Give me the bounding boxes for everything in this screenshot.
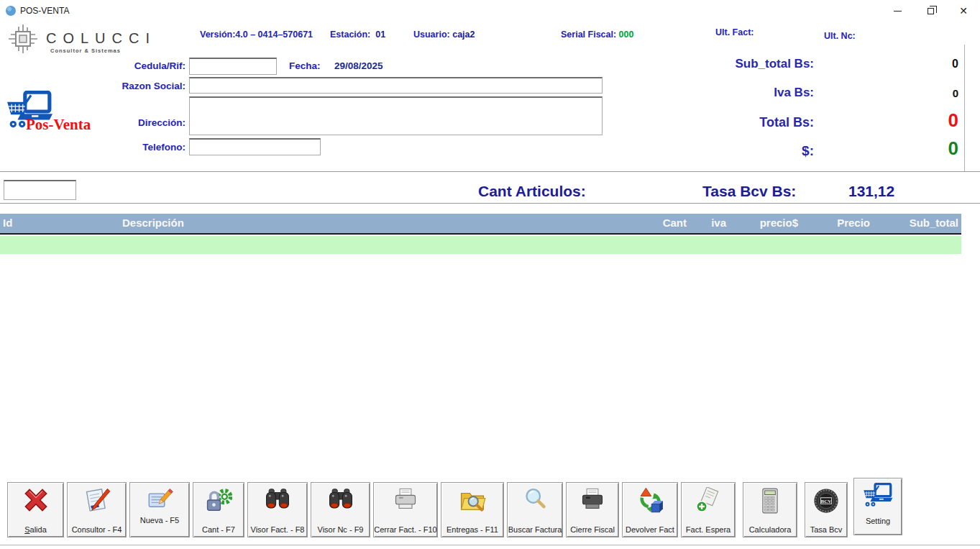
col-iva: iva — [676, 217, 726, 229]
grid-empty-row — [0, 236, 961, 254]
fact-espera-button[interactable]: Fact. Espera — [681, 482, 736, 537]
nueva-button[interactable]: Nueva - F5 — [129, 482, 190, 537]
usd-value: 0 — [865, 137, 958, 160]
version-label: Versión:4.0 – 0414–570671 — [200, 30, 313, 40]
visor-nc-button[interactable]: Visor Nc - F9 — [311, 482, 370, 537]
cart-laptop-icon — [863, 483, 893, 509]
calculator-icon — [757, 487, 783, 514]
pos-venta-window: POS-VENTA ✕ COLUCCI Consultor & Sistemas… — [0, 0, 980, 549]
direccion-label: Dirección: — [92, 117, 186, 128]
return-arrows-cube-icon — [636, 487, 664, 513]
telefono-label: Telefono: — [92, 142, 186, 153]
user-label: Usuario: caja2 — [413, 30, 475, 40]
col-precio: Precio — [812, 217, 870, 229]
subtotal-label: Sub_total Bs: — [647, 57, 814, 71]
printer-dark-icon — [580, 487, 605, 512]
visor-fact-label: Visor Fact. - F8 — [248, 525, 307, 534]
restore-icon — [928, 8, 934, 14]
title-bar: POS-VENTA ✕ — [0, 0, 980, 22]
consultor-button[interactable]: Consultor - F4 — [67, 482, 127, 537]
telefono-input[interactable] — [189, 138, 321, 155]
tasa-bcv-label: Tasa Bcv Bs: — [702, 183, 796, 200]
bcv-coin-icon: BCV — [812, 487, 840, 514]
cerrar-fact-label: Cerrar Fact. - F10 — [374, 525, 437, 534]
calculadora-label: Calculadora — [743, 525, 797, 534]
col-id: Id — [3, 217, 12, 229]
tasa-bcv-label: Tasa Bcv — [805, 525, 847, 534]
fact-espera-label: Fact. Espera — [682, 525, 735, 534]
razon-social-input[interactable] — [189, 77, 603, 94]
document-plus-icon — [695, 487, 722, 513]
nueva-label: Nueva - F5 — [130, 516, 189, 525]
ult-fact-label: Ult. Fact: — [715, 27, 754, 37]
cant-label: Cant - F7 — [193, 525, 244, 534]
logo-name: COLUCCI — [46, 30, 156, 47]
devolver-fact-button[interactable]: Devolver Fact — [622, 482, 678, 537]
grid-header: Id Descripción Cant iva precio$ Precio S… — [0, 214, 961, 235]
iva-label: Iva Bs: — [647, 86, 814, 100]
app-sphere-icon — [5, 5, 17, 17]
ult-nc-label: Ult. Nc: — [824, 31, 856, 41]
entregas-label: Entregas - F11 — [441, 525, 503, 534]
devolver-fact-label: Devolver Fact — [623, 525, 677, 534]
restore-button[interactable] — [914, 0, 947, 22]
cant-articulos-label: Cant Articulos: — [478, 183, 586, 200]
buscar-factura-button[interactable]: Buscar Factura — [507, 482, 563, 537]
folder-search-icon — [459, 487, 486, 513]
visor-nc-label: Visor Nc - F9 — [311, 525, 370, 534]
logo-tagline: Consultor & Sistemas — [50, 47, 121, 54]
station-value: 01 — [375, 30, 385, 40]
brand-name: Pos-Venta — [26, 116, 91, 134]
entregas-button[interactable]: Entregas - F11 — [441, 482, 504, 537]
cedula-label: Cedula/Rif: — [92, 60, 186, 71]
minimize-icon — [894, 11, 902, 12]
col-sub-total: Sub_total — [884, 217, 958, 229]
binoculars-icon — [264, 487, 291, 512]
setting-button[interactable]: Setting — [853, 478, 902, 535]
salida-label: Salida — [8, 525, 63, 534]
razon-social-label: Razon Social: — [92, 81, 186, 91]
calculadora-button[interactable]: Calculadora — [743, 482, 797, 537]
note-pencil-icon — [146, 487, 173, 512]
tasa-bcv-value: 131,12 — [848, 183, 894, 200]
tasa-bcv-button[interactable]: BCV Tasa Bcv — [805, 482, 848, 537]
salida-button[interactable]: Salida — [7, 482, 64, 537]
serial-fiscal-value: 000 — [619, 30, 634, 40]
binoculars-icon — [327, 487, 354, 512]
total-value: 0 — [865, 109, 958, 132]
bottom-divider — [0, 545, 980, 545]
cpu-chip-icon — [6, 22, 40, 56]
colucci-logo: COLUCCI Consultor & Sistemas — [6, 22, 164, 56]
cant-button[interactable]: Cant - F7 — [193, 482, 244, 537]
lock-gear-icon — [205, 487, 232, 513]
total-label: Total Bs: — [647, 115, 814, 130]
fecha-label: Fecha: — [289, 60, 321, 71]
cerrar-fact-button[interactable]: Cerrar Fact. - F10 — [373, 482, 438, 537]
col-precio-usd: precio$ — [733, 217, 798, 229]
iva-value: 0 — [865, 87, 958, 99]
close-icon: ✕ — [959, 6, 968, 16]
red-x-icon — [22, 487, 50, 513]
cierre-fiscal-label: Cierre Fiscal — [567, 525, 618, 534]
scan-input[interactable] — [4, 180, 76, 200]
cierre-fiscal-button[interactable]: Cierre Fiscal — [566, 482, 619, 537]
serial-fiscal-label: Serial Fiscal: 000 — [561, 30, 633, 40]
station-label: Estación: 01 — [330, 30, 385, 40]
notepad-pen-icon — [83, 487, 111, 513]
window-title: POS-VENTA — [20, 6, 69, 16]
cedula-input[interactable] — [189, 58, 277, 75]
minimize-button[interactable] — [881, 0, 914, 22]
svg-text:BCV: BCV — [820, 499, 832, 504]
subtotal-value: 0 — [865, 58, 958, 71]
col-descripcion: Descripción — [122, 217, 184, 229]
setting-label: Setting — [854, 517, 902, 525]
visor-fact-button[interactable]: Visor Fact. - F8 — [247, 482, 308, 537]
user-value: caja2 — [452, 30, 475, 40]
buscar-factura-label: Buscar Factura — [508, 525, 562, 534]
printer-icon — [393, 487, 418, 512]
direccion-input[interactable] — [189, 96, 603, 135]
close-button[interactable]: ✕ — [947, 0, 980, 22]
consultor-label: Consultor - F4 — [68, 525, 126, 534]
usd-label: $: — [647, 143, 814, 159]
fecha-value: 29/08/2025 — [334, 60, 383, 71]
